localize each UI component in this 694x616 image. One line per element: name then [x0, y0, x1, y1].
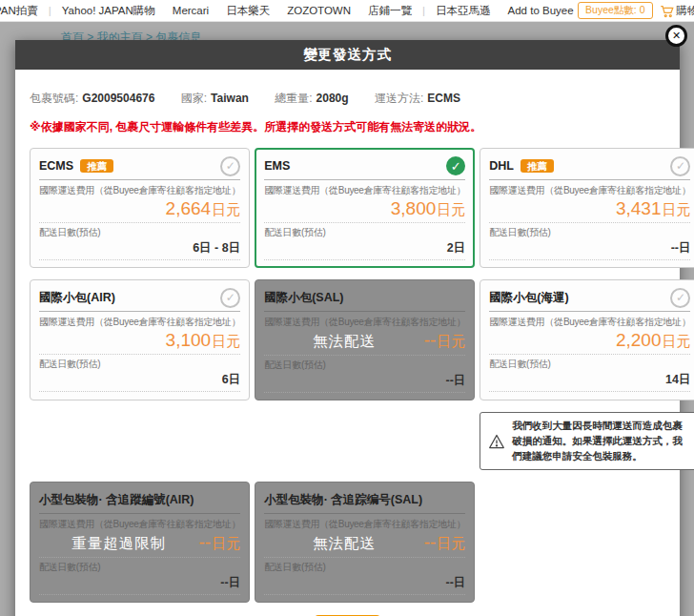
price-unit: 日元 — [662, 201, 690, 219]
shipping-option-dhl[interactable]: DHL 推薦 ✓ 國際運送費用（從Buyee倉庫寄往顧客指定地址） 3,431日… — [480, 148, 694, 268]
price-value: -- — [424, 330, 437, 351]
nav-link-add-to-buyee[interactable]: Add to Buyee — [508, 5, 574, 16]
nav-link-amazon-japan[interactable]: 日本亞馬遜 — [436, 4, 491, 18]
option-name: 國際小包(AIR) — [39, 290, 115, 306]
price-unit: 日元 — [437, 535, 465, 553]
fee-label: 國際運送費用（從Buyee倉庫寄往顧客指定地址） — [39, 184, 240, 197]
shipping-method-label: 運送方法: — [375, 92, 423, 105]
shipping-option-small-packet-sal: 小型包裝物· 含追踪编号(SAL) 國際運送費用（從Buyee倉庫寄往顧客指定地… — [255, 482, 475, 603]
price-unit: 日元 — [212, 201, 240, 219]
delivery-days-label: 配送日數(預估) — [39, 561, 240, 574]
price-unit: 日元 — [662, 333, 690, 351]
nav-link-store-list[interactable]: 店鋪一覽 — [368, 4, 412, 18]
modal-body: 包裹號碼:G2009504676 國家:Taiwan 總重量:2080g 運送方… — [15, 70, 680, 616]
damage-notice-box: 我們收到大量因長時間運送而造成包裹破損的通知。如果選擇此運送方式，我們建議您申請… — [480, 412, 694, 470]
price-unit: 日元 — [437, 201, 465, 219]
delivery-days-value: 14日 — [489, 372, 690, 388]
price-unit: 日元 — [212, 535, 240, 553]
delivery-days-value: 6日 — [39, 372, 240, 388]
top-nav-bar: PAN拍賣 | Yahoo! JAPAN購物 Mercari 日本樂天 ZOZO… — [0, 0, 694, 22]
delivery-days-label: 配送日數(預估) — [489, 358, 690, 371]
nav-link-yahoo-shopping[interactable]: Yahoo! JAPAN購物 — [62, 4, 155, 18]
price-unit: 日元 — [437, 333, 465, 351]
delivery-days-value: --日 — [264, 575, 465, 591]
price-value: 3,100 — [166, 330, 212, 351]
price-value: 3,431 — [616, 198, 662, 219]
shipping-option-sal: 國際小包(SAL) 國際運送費用（從Buyee倉庫寄往顧客指定地址） 無法配送-… — [255, 279, 475, 400]
shipping-option-ems[interactable]: EMS ✓ 國際運送費用（從Buyee倉庫寄往顧客指定地址） 3,800日元 配… — [255, 148, 475, 268]
modal-header: 變更發送方式 — [15, 40, 680, 70]
shipping-options-grid: ECMS 推薦 ✓ 國際運送費用（從Buyee倉庫寄往顧客指定地址） 2,664… — [30, 148, 665, 603]
fee-label: 國際運送費用（從Buyee倉庫寄往顧客指定地址） — [264, 518, 465, 531]
close-icon[interactable]: ✕ — [665, 25, 687, 47]
damage-notice-text: 我們收到大量因長時間運送而造成包裹破損的通知。如果選擇此運送方式，我們建議您申請… — [512, 419, 691, 463]
price-unit: 日元 — [212, 333, 240, 351]
recommend-badge: 推薦 — [80, 159, 113, 174]
fee-label: 國際運送費用（從Buyee倉庫寄往顧客指定地址） — [489, 184, 690, 197]
delivery-days-label: 配送日數(預估) — [489, 226, 690, 239]
weight-label: 總重量: — [275, 92, 312, 105]
unavailable-status: 無法配送 — [264, 534, 424, 554]
delivery-days-label: 配送日數(預估) — [39, 358, 240, 371]
price-value: -- — [199, 532, 212, 553]
modal-title: 變更發送方式 — [303, 46, 392, 64]
cart-link[interactable]: 購物車 — [660, 4, 694, 18]
nav-link-rakuten[interactable]: 日本樂天 — [226, 4, 270, 18]
shipping-option-seamail[interactable]: 國際小包(海運) ✓ 國際運送費用（從Buyee倉庫寄往顧客指定地址） 2,20… — [480, 279, 694, 400]
price-value: 2,200 — [616, 330, 662, 351]
delivery-days-label: 配送日數(預估) — [264, 226, 465, 239]
option-name: 國際小包(SAL) — [264, 290, 343, 306]
nav-link-mercari[interactable]: Mercari — [173, 5, 209, 16]
fee-label: 國際運送費用（從Buyee倉庫寄往顧客指定地址） — [39, 518, 240, 531]
country-restriction-warning: ※依據國家不同, 包裹尺寸運輸條件有些差異。所選擇的發送方式可能有無法寄送的狀況… — [30, 119, 665, 135]
option-name: 小型包裝物· 含追踪编号(SAL) — [264, 492, 422, 508]
selected-check-icon: ✓ — [446, 156, 465, 175]
option-name: EMS — [264, 159, 290, 173]
change-shipping-method-modal: ✕ 變更發送方式 包裹號碼:G2009504676 國家:Taiwan 總重量:… — [15, 40, 680, 616]
warning-triangle-icon — [488, 434, 505, 449]
unselected-check-icon: ✓ — [220, 288, 240, 308]
option-name: ECMS — [39, 159, 73, 173]
cart-icon — [660, 4, 674, 18]
delivery-days-value: --日 — [264, 373, 465, 389]
nav-link-zozotown[interactable]: ZOZOTOWN — [287, 5, 351, 16]
price-value: 3,800 — [391, 198, 437, 219]
shipping-option-small-packet-air: 小型包裝物· 含追蹤編號(AIR) 國際運送費用（從Buyee倉庫寄往顧客指定地… — [30, 482, 250, 603]
package-number-label: 包裹號碼: — [30, 92, 78, 105]
unavailable-status: 無法配送 — [264, 332, 424, 352]
recommend-badge: 推薦 — [520, 159, 554, 174]
cart-label: 購物車 — [677, 4, 694, 18]
option-name: 小型包裝物· 含追蹤編號(AIR) — [39, 492, 194, 508]
package-number-value: G2009504676 — [82, 92, 154, 105]
delivery-days-value: 6日 - 8日 — [39, 240, 240, 257]
nav-link-yahoo-auction[interactable]: PAN拍賣 — [0, 4, 38, 18]
option-name: DHL — [489, 159, 514, 173]
weight-value: 2080g — [316, 92, 349, 105]
price-value: -- — [424, 532, 437, 553]
fee-label: 國際運送費用（從Buyee倉庫寄往顧客指定地址） — [489, 316, 690, 329]
shipping-option-airmail[interactable]: 國際小包(AIR) ✓ 國際運送費用（從Buyee倉庫寄往顧客指定地址） 3,1… — [30, 279, 250, 400]
fee-label: 國際運送費用（從Buyee倉庫寄往顧客指定地址） — [264, 316, 465, 329]
buyee-points-button[interactable]: Buyee點數: 0 — [578, 2, 652, 19]
delivery-days-label: 配送日數(預估) — [264, 359, 465, 372]
unselected-check-icon: ✓ — [670, 288, 690, 308]
delivery-days-value: --日 — [39, 575, 240, 591]
shipping-option-ecms[interactable]: ECMS 推薦 ✓ 國際運送費用（從Buyee倉庫寄往顧客指定地址） 2,664… — [30, 148, 250, 268]
country-label: 國家: — [181, 92, 207, 105]
option-name: 國際小包(海運) — [489, 290, 568, 306]
delivery-days-label: 配送日數(預估) — [264, 561, 465, 574]
delivery-days-value: --日 — [489, 240, 690, 257]
unselected-check-icon: ✓ — [670, 156, 690, 176]
country-value: Taiwan — [211, 92, 249, 105]
delivery-days-label: 配送日數(預估) — [39, 226, 240, 239]
nav-divider: | — [422, 5, 425, 16]
unavailable-status: 重量超過限制 — [39, 534, 199, 554]
package-info: 包裹號碼:G2009504676 國家:Taiwan 總重量:2080g 運送方… — [30, 91, 665, 107]
shipping-method-value: ECMS — [427, 92, 460, 105]
nav-divider: | — [49, 5, 51, 16]
unselected-check-icon: ✓ — [220, 156, 240, 176]
delivery-days-value: 2日 — [264, 240, 465, 257]
price-value: 2,664 — [166, 198, 212, 219]
fee-label: 國際運送費用（從Buyee倉庫寄往顧客指定地址） — [264, 184, 465, 197]
fee-label: 國際運送費用（從Buyee倉庫寄往顧客指定地址） — [39, 316, 240, 329]
